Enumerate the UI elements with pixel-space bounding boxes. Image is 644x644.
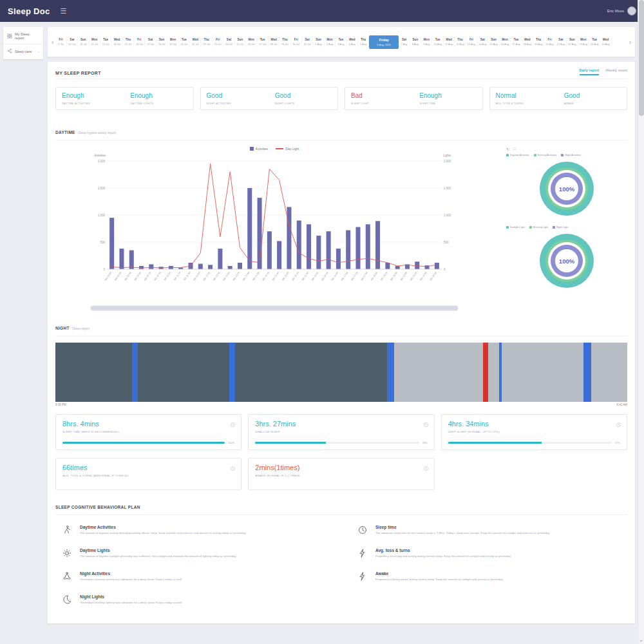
date-cell-dow: Fri bbox=[291, 38, 301, 41]
date-cell[interactable]: Thu22 Jul bbox=[201, 36, 212, 48]
summary-value: Enough bbox=[130, 92, 187, 99]
progress-fill bbox=[255, 442, 325, 444]
date-prev-arrow[interactable]: ‹ bbox=[50, 39, 55, 46]
sidebar-item-sleep-care[interactable]: Sleep care › bbox=[3, 44, 43, 58]
date-cell[interactable]: Fri9 Jul bbox=[55, 36, 66, 48]
date-cell[interactable]: Wed18 Aug bbox=[522, 36, 533, 48]
date-strip: ‹ Fri9 JulSat10 JulSun11 JulMon12 JulTue… bbox=[48, 27, 635, 57]
tab-daily-report[interactable]: Daily report bbox=[580, 68, 600, 75]
date-cell[interactable]: Wed11 Aug bbox=[444, 36, 455, 48]
date-cell[interactable]: Mon19 Jul bbox=[167, 36, 178, 48]
date-cell[interactable]: Tue3 Aug bbox=[336, 36, 346, 48]
svg-text:8/6 09:40: 8/6 09:40 bbox=[124, 271, 132, 281]
date-cell[interactable]: Fri13 Aug bbox=[466, 36, 477, 48]
date-cell-dow: Wed bbox=[111, 38, 122, 41]
date-cell[interactable]: Sat24 Jul bbox=[223, 36, 234, 48]
sidebar-item-label: Sleep care bbox=[15, 50, 32, 53]
page-scrollbar[interactable]: ⌄ bbox=[638, 0, 644, 644]
svg-text:8/6 18:00: 8/6 18:00 bbox=[370, 271, 378, 281]
date-cell[interactable]: Tue17 Aug bbox=[511, 36, 522, 48]
date-cell[interactable]: Thu5 Aug bbox=[358, 36, 369, 48]
date-cell[interactable]: Fri16 Jul bbox=[134, 36, 145, 48]
date-cell[interactable]: Mon23 Aug bbox=[578, 36, 589, 48]
svg-text:1,500: 1,500 bbox=[444, 187, 451, 190]
sidebar-item-label: My Sleep report bbox=[15, 32, 39, 40]
stat-card: 2mins(1times)AWAKE (NORMAL IF 1-2 TIMES) bbox=[248, 458, 434, 490]
progress-bar: 43% bbox=[255, 441, 427, 444]
date-cell[interactable]: Tue10 Aug bbox=[432, 36, 443, 48]
date-cell[interactable]: Sat7 Aug bbox=[399, 36, 410, 48]
date-cell[interactable]: Mon16 Aug bbox=[500, 36, 511, 48]
date-cell[interactable]: Tue27 Jul bbox=[257, 36, 268, 48]
date-cell[interactable]: Mon26 Jul bbox=[246, 36, 257, 48]
sidebar-item-my-sleep-report[interactable]: My Sleep report bbox=[3, 28, 43, 44]
date-cell[interactable]: Sun1 Aug bbox=[313, 36, 324, 48]
date-cell[interactable]: Sun11 Jul bbox=[78, 36, 89, 48]
date-cell[interactable]: Wed4 Aug bbox=[347, 36, 358, 48]
date-cell-date: 9 Aug bbox=[421, 43, 431, 46]
stat-value: 4hrs. 34mins bbox=[448, 420, 620, 428]
date-cell-date: 10 Aug bbox=[432, 43, 442, 46]
svg-text:500: 500 bbox=[444, 241, 449, 244]
date-cell[interactable]: Tue20 Jul bbox=[179, 36, 190, 48]
date-cell[interactable]: Sun22 Aug bbox=[567, 36, 578, 48]
date-cell[interactable]: Wed25 Aug bbox=[600, 36, 611, 48]
donut-center-label: 100% bbox=[540, 162, 594, 216]
summary-card: EnoughDAYTIME ACTIVITIESEnoughDAYTIME LI… bbox=[55, 87, 194, 110]
activity-score-donut: 100% bbox=[540, 162, 594, 216]
date-cell[interactable]: Tue13 Jul bbox=[100, 36, 111, 48]
bolt-icon bbox=[357, 571, 369, 583]
scroll-down-arrow[interactable]: ⌄ bbox=[638, 638, 644, 643]
date-next-arrow[interactable]: › bbox=[627, 39, 633, 46]
hamburger-menu-icon[interactable]: ☰ bbox=[61, 7, 67, 15]
date-cell[interactable]: Wed28 Jul bbox=[269, 36, 279, 48]
svg-text:500: 500 bbox=[100, 241, 105, 244]
date-cell[interactable]: Sat17 Jul bbox=[145, 36, 156, 48]
date-cell-dow: Sun bbox=[156, 38, 167, 41]
date-cell[interactable]: Fri30 Jul bbox=[291, 36, 302, 48]
date-cell[interactable]: Mon12 Jul bbox=[90, 36, 100, 48]
stat-label: AWAKE (NORMAL IF 1-2 TIMES) bbox=[255, 474, 427, 477]
date-cell[interactable]: Sat31 Jul bbox=[302, 36, 313, 48]
summary-label: DAYTIME ACTIVITIES bbox=[62, 102, 118, 105]
date-cell[interactable]: Sat21 Aug bbox=[556, 36, 567, 48]
date-cell[interactable]: Friday6 Aug, 2021 bbox=[369, 35, 399, 49]
date-cell[interactable]: Sun25 Jul bbox=[235, 36, 246, 48]
date-cell[interactable]: Thu29 Jul bbox=[279, 36, 290, 48]
date-cell[interactable]: Mon9 Aug bbox=[421, 36, 432, 48]
svg-text:8/6 09:20: 8/6 09:20 bbox=[114, 271, 122, 281]
avatar[interactable] bbox=[627, 6, 636, 15]
legend-swatch bbox=[553, 226, 555, 229]
date-cell[interactable]: Thu19 Aug bbox=[533, 36, 544, 48]
stat-value: 3hrs. 27mins bbox=[255, 420, 427, 428]
date-cell[interactable]: Mon2 Aug bbox=[325, 36, 336, 48]
svg-text:8/6 10:00: 8/6 10:00 bbox=[134, 271, 142, 281]
legend-item: Day Light bbox=[276, 147, 299, 151]
expand-icon[interactable]: □ bbox=[513, 147, 516, 151]
date-cell[interactable]: Sat14 Aug bbox=[477, 36, 488, 48]
date-cell[interactable]: Sat10 Jul bbox=[67, 36, 78, 48]
donut-center-label: 100% bbox=[540, 234, 594, 288]
stat-card: 8hrs. 4minsSLEEP TIME (8HRS IS RECOMMEND… bbox=[55, 414, 242, 450]
svg-text:8/6 10:40: 8/6 10:40 bbox=[154, 271, 162, 281]
date-cell[interactable]: Sun15 Aug bbox=[488, 36, 499, 48]
date-cell[interactable]: Thu15 Jul bbox=[123, 36, 134, 48]
date-cell[interactable]: Wed21 Jul bbox=[190, 36, 201, 48]
date-cell[interactable]: Fri23 Jul bbox=[213, 36, 223, 48]
refresh-icon[interactable]: ↻ bbox=[506, 147, 509, 151]
date-cell[interactable]: Sun18 Jul bbox=[156, 36, 167, 48]
date-cell-date: 7 Aug bbox=[399, 43, 409, 46]
legend-swatch bbox=[506, 154, 509, 156]
date-cell[interactable]: Fri20 Aug bbox=[544, 36, 555, 48]
tab-weekly-report[interactable]: Weekly report bbox=[605, 68, 627, 75]
date-cell[interactable]: Sun8 Aug bbox=[410, 36, 421, 48]
date-cell[interactable]: Thu12 Aug bbox=[455, 36, 466, 48]
user-name[interactable]: Eric Moss bbox=[607, 9, 624, 13]
chart-scrollbar-thumb[interactable] bbox=[91, 306, 458, 310]
chart-scrollbar[interactable] bbox=[90, 305, 459, 311]
date-cell[interactable]: Wed14 Jul bbox=[111, 36, 122, 48]
plan-title: Sleep time bbox=[375, 525, 550, 529]
page-scrollbar-thumb[interactable] bbox=[639, 0, 644, 116]
date-cell[interactable]: Tue24 Aug bbox=[589, 36, 600, 48]
plan-item: Daytime LightsThe amount of daytime sunl… bbox=[55, 542, 332, 565]
